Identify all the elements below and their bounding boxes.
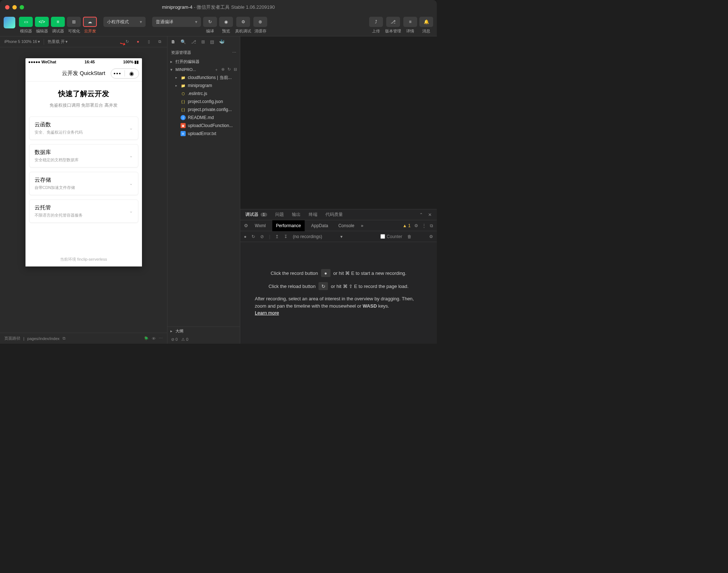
reload-button[interactable]: ↻ [252, 234, 255, 239]
more-tabs-icon[interactable]: » [361, 223, 363, 228]
remote-debug-button[interactable]: ⚙ [236, 17, 250, 27]
compile-button[interactable]: ↻ [203, 17, 217, 27]
clear-button[interactable]: ⊘ [260, 234, 264, 239]
download-icon[interactable]: ↧ [284, 234, 288, 239]
simulator-button[interactable]: ▭ [19, 17, 33, 27]
tree-file[interactable]: ▣uploadCloudFunction... [167, 122, 240, 130]
eye-icon[interactable]: 👁 [152, 336, 156, 341]
tab-console[interactable]: Console [335, 220, 358, 231]
dock-icon[interactable]: ⧉ [430, 223, 433, 228]
tree-file[interactable]: ⬡.eslintrc.js [167, 90, 240, 98]
page-title: 云开发 QuickStart [62, 70, 105, 77]
debugger-panel: 调试器1 问题 输出 终端 代码质量 ⌃✕ ⯐ Wxml Performance… [240, 209, 437, 344]
refresh-icon[interactable]: ↻ [228, 67, 231, 72]
trash-icon[interactable]: 🗑 [407, 234, 412, 239]
debugger-button[interactable]: ≡ [51, 17, 65, 27]
close-icon[interactable]: ✕ [428, 212, 432, 217]
clear-cache-button[interactable]: ⊗ [253, 17, 267, 27]
device-select[interactable]: iPhone 5 100% 16▾ [4, 39, 40, 44]
simulator-subbar: iPhone 5 100% 16▾ 热重载 开▾ ↻ ● ▯ ⧉ [0, 36, 167, 47]
tab-problems[interactable]: 问题 [275, 212, 284, 218]
chevron-down-icon: ⌄ [129, 181, 133, 186]
card-database[interactable]: 数据库安全稳定的文档型数据库⌄ [29, 144, 138, 167]
reload-button-icon: ↻ [318, 282, 328, 290]
project-section[interactable]: ▾MINIPRO... ＋⊕↻⊟ [167, 66, 240, 74]
tab-wxml[interactable]: Wxml [251, 220, 269, 231]
kebab-icon[interactable]: ⋮ [422, 223, 426, 228]
outline-section[interactable]: ▸大纲 [167, 327, 240, 335]
content-subtitle: 免鉴权接口调用 免部署后台 高并发 [29, 102, 138, 108]
bug-icon[interactable]: 🪲 [144, 336, 149, 341]
gear-icon[interactable]: ⚙ [414, 223, 418, 228]
docker-icon[interactable]: 🐳 [219, 39, 225, 44]
cloud-icon[interactable]: ▤ [210, 39, 214, 44]
tree-folder[interactable]: ▸📁cloudfunctions | 当前... [167, 74, 240, 82]
files-icon[interactable]: 🗎 [171, 39, 175, 44]
preview-button[interactable]: ◉ [219, 17, 233, 27]
branch-icon[interactable]: ⎇ [191, 39, 196, 44]
tab-performance[interactable]: Performance [272, 220, 305, 231]
tree-file[interactable]: { }project.config.json [167, 98, 240, 106]
visual-button[interactable]: ⊞ [67, 17, 81, 27]
tab-output[interactable]: 输出 [292, 212, 301, 218]
device-icon[interactable]: ▯ [146, 39, 152, 44]
record-button[interactable]: ● [244, 234, 246, 239]
card-cloud-function[interactable]: 云函数安全、免鉴权运行业务代码⌄ [29, 116, 138, 140]
main-toolbar: ▭模拟器 </>编辑器 ≡调试器 ⊞可视化 ☁云开发 小程序模式▾ 普通编译▾ … [0, 15, 437, 36]
capsule-button[interactable]: •••◉ [111, 68, 139, 79]
editor-button[interactable]: </> [35, 17, 49, 27]
recordings-select[interactable]: (no recordings) ▾ [293, 234, 375, 239]
performance-empty-state: Click the record button●or hit ⌘ E to st… [240, 242, 437, 344]
explorer-title: 资源管理器 [171, 50, 191, 55]
copy-icon[interactable]: ⧉ [63, 336, 66, 341]
version-button[interactable]: ⎇ [386, 17, 400, 27]
message-button[interactable]: 🔔 [419, 17, 433, 27]
new-file-icon[interactable]: ＋ [214, 67, 218, 72]
hotreload-toggle[interactable]: 热重载 开▾ [48, 39, 68, 44]
content-title: 快速了解云开发 [29, 89, 138, 99]
tree-file[interactable]: iREADME.md [167, 114, 240, 122]
details-button[interactable]: ≡ [403, 17, 417, 27]
upload-icon[interactable]: ↥ [275, 234, 279, 239]
avatar-icon[interactable] [4, 17, 15, 28]
search-icon[interactable]: 🔍 [181, 39, 186, 44]
card-hosting[interactable]: 云托管不限语言的全托管容器服务⌄ [29, 199, 138, 223]
editor-area [240, 36, 437, 209]
counter-checkbox[interactable]: Counter [380, 234, 402, 239]
tree-file[interactable]: ≡uploadError.txt [167, 130, 240, 138]
tab-debugger[interactable]: 调试器1 [245, 212, 267, 218]
simulator-phone: ●●●●● WeChat 16:45 100% ▮▮ 云开发 QuickStar… [25, 58, 142, 266]
learn-more-link[interactable]: Learn more [255, 310, 279, 316]
tree-file[interactable]: { }project.private.config... [167, 106, 240, 114]
carrier-label: ●●●●● WeChat [28, 60, 56, 64]
battery-label: 100% ▮▮ [123, 60, 139, 64]
more-icon[interactable]: ⋯ [159, 336, 163, 341]
record-button-icon: ● [321, 269, 331, 277]
collapse-icon[interactable]: ⊟ [234, 67, 237, 72]
popout-icon[interactable]: ⧉ [157, 39, 163, 44]
tab-quality[interactable]: 代码质量 [325, 212, 343, 218]
chevron-up-icon[interactable]: ⌃ [419, 212, 423, 217]
tab-terminal[interactable]: 终端 [309, 212, 317, 218]
tab-appdata[interactable]: AppData [308, 220, 332, 231]
extensions-icon[interactable]: ⊞ [201, 39, 205, 44]
chevron-down-icon: ⌄ [129, 126, 133, 131]
new-folder-icon[interactable]: ⊕ [221, 67, 225, 72]
card-storage[interactable]: 云存储自带CDN加速文件存储⌄ [29, 172, 138, 195]
upload-button[interactable]: ⤴ [369, 17, 383, 27]
tree-folder[interactable]: ▸📁miniprogram [167, 82, 240, 90]
close-icon: ◉ [125, 70, 139, 77]
window-title: miniprogram-4 - 微信开发者工具 Stable 1.06.2209… [0, 4, 437, 11]
cloud-dev-button[interactable]: ☁ [83, 17, 97, 27]
open-editors-section[interactable]: ▸打开的编辑器 [167, 58, 240, 66]
chevron-down-icon: ⌄ [129, 153, 133, 158]
warning-badge[interactable]: ▲ 1 [403, 223, 411, 228]
time-label: 16:45 [56, 60, 123, 64]
compile-mode-select[interactable]: 普通编译▾ [152, 17, 201, 27]
mode-select[interactable]: 小程序模式▾ [103, 17, 146, 27]
gear-icon[interactable]: ⚙ [429, 234, 433, 239]
more-icon[interactable]: ⋯ [232, 50, 236, 55]
inspect-icon[interactable]: ⯐ [244, 223, 248, 228]
problems-status: ⊘ 0⚠ 0 [167, 335, 240, 344]
record-icon[interactable]: ● [135, 39, 141, 44]
